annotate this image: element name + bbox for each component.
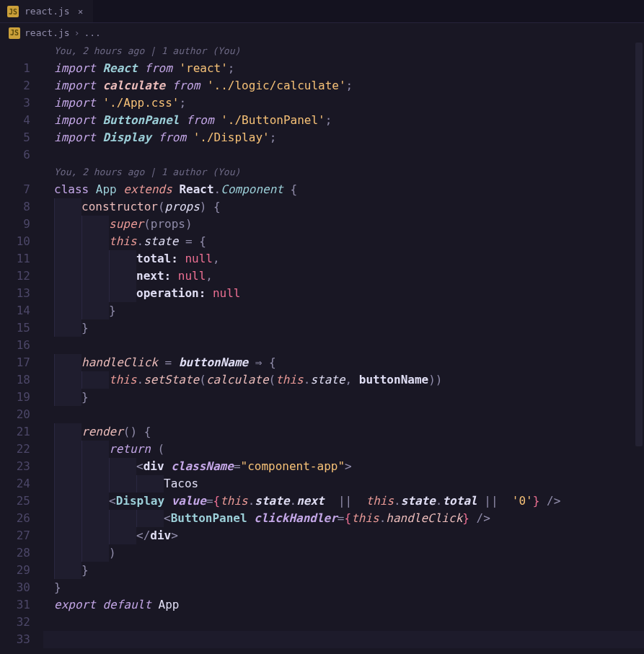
code-line[interactable]: import React from 'react'; (43, 60, 644, 77)
code-line[interactable]: import calculate from '../logic/calculat… (43, 77, 644, 94)
code-line[interactable]: handleClick = buttonName ⇒ { (43, 354, 644, 371)
code-line[interactable] (43, 614, 644, 631)
js-file-icon: JS (9, 27, 20, 39)
code-line[interactable]: ) (43, 544, 644, 562)
code-line[interactable]: import './App.css'; (43, 94, 644, 112)
close-icon[interactable]: ✕ (76, 6, 86, 17)
codelens-annotation[interactable]: You, 2 hours ago | 1 author (You) (43, 43, 644, 60)
code-line[interactable]: import ButtonPanel from './ButtonPanel'; (43, 112, 644, 129)
breadcrumb-filename: react.js (25, 26, 70, 40)
code-line[interactable]: class App extends React.Component { (43, 181, 644, 198)
code-line[interactable]: return ( (43, 441, 644, 458)
code-line[interactable]: this.state = { (43, 233, 644, 250)
chevron-right-icon: › (74, 26, 80, 40)
code-line[interactable]: <div className="component-app"> (43, 458, 644, 475)
code-line[interactable]: constructor(props) { (43, 198, 644, 216)
code-line[interactable]: <Display value={this.state.next || this.… (43, 492, 644, 510)
code-line[interactable]: total: null, (43, 250, 644, 268)
js-file-icon: JS (7, 6, 19, 17)
code-line[interactable]: } (43, 302, 644, 319)
code-line[interactable]: <ButtonPanel clickHandler={this.handleCl… (43, 510, 644, 527)
code-line[interactable]: export default App (43, 596, 644, 614)
code-line[interactable]: import Display from './Display'; (43, 129, 644, 146)
code-line[interactable]: } (43, 319, 644, 337)
code-area[interactable]: You, 2 hours ago | 1 author (You) import… (43, 43, 644, 654)
code-line[interactable]: Tacos (43, 475, 644, 492)
code-line[interactable] (43, 337, 644, 354)
code-line[interactable] (43, 146, 644, 164)
line-number-gutter: 123456 789101112131415161718192021222324… (0, 43, 43, 654)
code-line[interactable]: next: null, (43, 268, 644, 285)
code-line[interactable]: this.setState(calculate(this.state, butt… (43, 371, 644, 389)
breadcrumb-rest: ... (84, 26, 100, 40)
code-line[interactable]: } (43, 562, 644, 579)
code-line[interactable]: } (43, 579, 644, 596)
tab-bar: JS react.js ✕ (0, 0, 644, 22)
code-line[interactable] (43, 631, 644, 648)
code-editor[interactable]: 123456 789101112131415161718192021222324… (0, 43, 644, 654)
code-line[interactable] (43, 406, 644, 423)
tab-filename: react.js (25, 4, 70, 19)
code-line[interactable]: operation: null (43, 285, 644, 302)
file-tab[interactable]: JS react.js ✕ (0, 0, 93, 22)
codelens-annotation[interactable]: You, 2 hours ago | 1 author (You) (43, 164, 644, 181)
code-line[interactable]: </div> (43, 527, 644, 544)
code-line[interactable]: render() { (43, 423, 644, 441)
code-line[interactable]: } (43, 389, 644, 406)
code-line[interactable]: super(props) (43, 216, 644, 233)
breadcrumb[interactable]: JS react.js › ... (0, 22, 644, 43)
